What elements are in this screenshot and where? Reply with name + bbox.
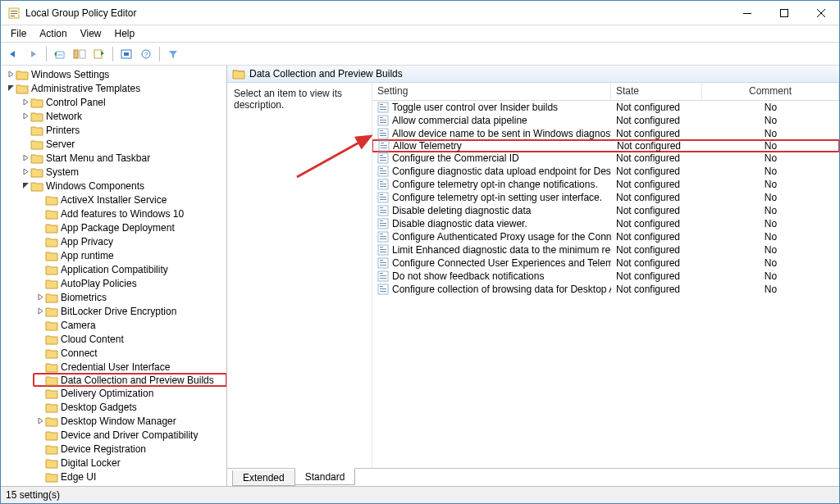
body: Windows SettingsAdministrative Templates… xyxy=(1,66,839,486)
tree-item[interactable]: Digital Locker xyxy=(34,456,226,470)
setting-comment: No xyxy=(702,270,839,282)
tab-extended[interactable]: Extended xyxy=(232,470,295,486)
tree-item[interactable]: Delivery Optimization xyxy=(34,386,226,400)
list-row[interactable]: Disable diagnostic data viewer.Not confi… xyxy=(372,217,839,230)
collapse-icon[interactable] xyxy=(6,84,16,92)
setting-name: Configure Authenticated Proxy usage for … xyxy=(392,231,611,243)
tree-item[interactable]: Windows Settings xyxy=(4,67,226,81)
tree-item[interactable]: Windows Components xyxy=(19,179,226,193)
list-row[interactable]: Configure Connected User Experiences and… xyxy=(372,257,839,270)
tree-item[interactable]: Event Forwarding xyxy=(34,484,226,486)
expand-icon[interactable] xyxy=(21,168,30,175)
svg-rect-64 xyxy=(380,260,383,261)
expand-icon[interactable] xyxy=(35,293,45,301)
tree-item[interactable]: App runtime xyxy=(34,248,226,262)
expand-icon[interactable] xyxy=(35,417,45,425)
tree-item[interactable]: BitLocker Drive Encryption xyxy=(34,304,226,318)
tree-item[interactable]: Camera xyxy=(34,318,226,332)
tree-item[interactable]: Cloud Content xyxy=(34,332,226,346)
tree-item[interactable]: AutoPlay Policies xyxy=(34,276,226,290)
minimize-button[interactable] xyxy=(728,1,765,25)
folder-icon xyxy=(30,180,43,192)
tree-item[interactable]: Credential User Interface xyxy=(34,360,226,374)
list-row[interactable]: Configure telemetry opt-in change notifi… xyxy=(372,178,839,191)
maximize-button[interactable] xyxy=(765,1,802,25)
list-row[interactable]: Do not show feedback notificationsNot co… xyxy=(372,270,839,283)
forward-button[interactable] xyxy=(24,45,42,63)
list-row[interactable]: Configure Authenticated Proxy usage for … xyxy=(372,230,839,243)
list-row[interactable]: Configure telemetry opt-in setting user … xyxy=(372,191,839,204)
list-row[interactable]: Limit Enhanced diagnostic data to the mi… xyxy=(372,243,839,257)
list-row[interactable]: Configure diagnostic data upload endpoin… xyxy=(372,165,839,178)
tree-item[interactable]: App Package Deployment xyxy=(34,220,226,234)
expand-icon[interactable] xyxy=(21,112,30,120)
menu-action[interactable]: Action xyxy=(33,26,73,41)
tree-label: Control Panel xyxy=(46,97,106,108)
menu-view[interactable]: View xyxy=(74,26,108,41)
tree-item[interactable]: Printers xyxy=(19,123,226,137)
tree-item[interactable]: Start Menu and Taskbar xyxy=(19,151,226,165)
tree-item[interactable]: Connect xyxy=(34,346,226,360)
list-row[interactable]: Allow device name to be sent in Windows … xyxy=(372,127,839,140)
setting-name: Disable deleting diagnostic data xyxy=(392,205,531,216)
collapse-icon[interactable] xyxy=(21,182,30,189)
column-state[interactable]: State xyxy=(611,83,702,100)
help-button[interactable]: ? xyxy=(137,45,155,63)
column-setting[interactable]: Setting xyxy=(372,83,611,100)
column-comment[interactable]: Comment xyxy=(702,83,839,100)
svg-rect-40 xyxy=(380,181,383,182)
list-row[interactable]: Allow TelemetryNot configuredNo xyxy=(372,139,839,152)
list-row[interactable]: Toggle user control over Insider buildsN… xyxy=(372,101,839,114)
tab-standard[interactable]: Standard xyxy=(294,468,356,485)
expand-icon[interactable] xyxy=(21,154,30,161)
expand-icon[interactable] xyxy=(21,98,30,106)
tree-item[interactable]: Control Panel xyxy=(19,95,226,109)
setting-state: Not configured xyxy=(611,231,702,243)
svg-rect-48 xyxy=(380,207,383,208)
tree-label: Device Registration xyxy=(61,443,146,455)
tree-item[interactable]: Biometrics xyxy=(34,290,226,304)
list-row[interactable]: Configure the Commercial IDNot configure… xyxy=(372,152,839,165)
tree-item[interactable]: Device Registration xyxy=(34,442,226,456)
menu-file[interactable]: File xyxy=(4,26,33,41)
svg-rect-56 xyxy=(380,234,383,234)
menu-help[interactable]: Help xyxy=(108,26,142,41)
folder-icon xyxy=(45,443,58,455)
back-button[interactable] xyxy=(4,45,22,63)
refresh-button[interactable] xyxy=(117,45,135,63)
tree-item[interactable]: Application Compatibility xyxy=(34,262,226,276)
tree-item[interactable]: App Privacy xyxy=(34,234,226,248)
tree-item[interactable]: Server xyxy=(19,137,226,151)
tree-item[interactable]: Edge UI xyxy=(34,470,226,484)
tree-item[interactable]: Device and Driver Compatibility xyxy=(34,428,226,442)
tree-item[interactable]: System xyxy=(19,165,226,179)
close-button[interactable] xyxy=(802,1,839,25)
svg-rect-45 xyxy=(380,197,386,198)
list-rows[interactable]: Toggle user control over Insider buildsN… xyxy=(372,101,839,468)
folder-icon xyxy=(45,292,58,303)
tree-item[interactable]: Administrative Templates xyxy=(4,81,226,95)
titlebar: Local Group Policy Editor xyxy=(1,1,839,25)
policy-setting-icon xyxy=(377,102,389,113)
tree-pane[interactable]: Windows SettingsAdministrative Templates… xyxy=(1,66,227,486)
svg-rect-28 xyxy=(381,143,384,143)
show-hide-button[interactable] xyxy=(71,45,89,63)
tree-label: AutoPlay Policies xyxy=(61,278,137,289)
up-button[interactable] xyxy=(51,45,69,63)
expand-icon[interactable] xyxy=(6,70,16,78)
setting-state: Not configured xyxy=(611,284,702,295)
filter-button[interactable] xyxy=(164,45,182,63)
list-row[interactable]: Configure collection of browsing data fo… xyxy=(372,283,839,296)
tree-item[interactable]: Add features to Windows 10 xyxy=(34,207,226,220)
list-row[interactable]: Disable deleting diagnostic dataNot conf… xyxy=(372,204,839,217)
tree-item[interactable]: Network xyxy=(19,109,226,123)
setting-state: Not configured xyxy=(611,218,702,229)
tree-item[interactable]: Desktop Gadgets xyxy=(34,400,226,414)
expand-icon[interactable] xyxy=(35,307,45,315)
export-button[interactable] xyxy=(90,45,108,63)
menubar: File Action View Help xyxy=(1,25,839,43)
list-row[interactable]: Allow commercial data pipelineNot config… xyxy=(372,114,839,127)
tree-item[interactable]: Data Collection and Preview Builds xyxy=(33,373,227,387)
tree-item[interactable]: Desktop Window Manager xyxy=(34,414,226,428)
tree-item[interactable]: ActiveX Installer Service xyxy=(34,193,226,207)
